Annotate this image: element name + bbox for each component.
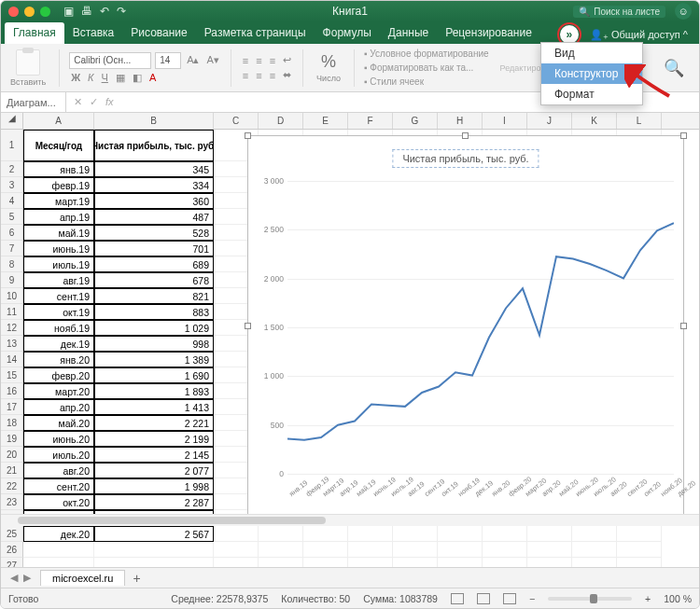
worksheet-grid[interactable]: ◢ ABCDEFGHIJKL 1Месяц/годЧистая прибыль,… xyxy=(1,113,699,567)
row-header[interactable]: 8 xyxy=(1,256,23,272)
add-sheet-button[interactable]: + xyxy=(125,571,147,586)
row-header[interactable]: 7 xyxy=(1,241,23,256)
wrap-icon[interactable]: ↩ xyxy=(281,54,293,66)
table-cell[interactable]: июль.20 xyxy=(23,447,94,463)
row-header[interactable]: 12 xyxy=(1,320,23,336)
row-header[interactable]: 26 xyxy=(1,542,23,558)
column-header[interactable]: C xyxy=(214,113,259,129)
column-header[interactable]: A xyxy=(23,113,94,129)
table-cell[interactable]: нояб.19 xyxy=(23,320,94,336)
ribbon-tab-5[interactable]: Данные xyxy=(380,22,437,44)
table-cell[interactable]: 1 893 xyxy=(94,383,214,399)
row-header[interactable]: 6 xyxy=(1,225,23,241)
empty-cell[interactable] xyxy=(617,542,662,558)
percent-icon[interactable]: % xyxy=(321,52,336,72)
table-cell[interactable]: 998 xyxy=(94,336,214,352)
feedback-icon[interactable]: ☺ xyxy=(675,3,692,20)
ribbon-tab-4[interactable]: Формулы xyxy=(315,22,380,44)
table-cell[interactable]: 528 xyxy=(94,225,214,241)
font-size-select[interactable]: 14 xyxy=(155,52,181,69)
table-cell[interactable]: авг.20 xyxy=(23,463,94,478)
empty-cell[interactable] xyxy=(214,526,259,542)
align-bot-icon[interactable]: ≡ xyxy=(268,55,277,66)
sheet-tab[interactable]: microexcel.ru xyxy=(40,570,125,586)
table-cell[interactable]: 1 998 xyxy=(94,478,214,494)
merge-icon[interactable]: ⬌ xyxy=(281,69,293,81)
align-left-icon[interactable]: ≡ xyxy=(241,70,250,81)
table-cell[interactable]: окт.20 xyxy=(23,494,94,510)
overflow-menu-item[interactable]: Формат xyxy=(541,84,642,104)
row-header[interactable]: 17 xyxy=(1,399,23,415)
ribbon-overflow-button[interactable]: » xyxy=(560,25,579,44)
conditional-formatting-button[interactable]: ▪ Условное форматирование xyxy=(364,47,489,61)
row-header[interactable]: 22 xyxy=(1,478,23,494)
row-header[interactable]: 25 xyxy=(1,526,23,542)
column-header[interactable]: B xyxy=(94,113,214,129)
maximize-icon[interactable] xyxy=(40,7,50,17)
table-cell[interactable]: 2 287 xyxy=(94,494,214,510)
column-header[interactable]: J xyxy=(527,113,572,129)
page-layout-icon[interactable] xyxy=(477,593,490,604)
empty-cell[interactable] xyxy=(214,542,259,558)
table-cell[interactable]: окт.19 xyxy=(23,304,94,320)
align-mid-icon[interactable]: ≡ xyxy=(254,55,263,66)
table-cell[interactable]: 689 xyxy=(94,256,214,272)
empty-cell[interactable] xyxy=(393,526,438,542)
empty-cell[interactable] xyxy=(438,558,483,567)
table-cell[interactable]: 2 199 xyxy=(94,431,214,447)
table-cell[interactable]: 1 389 xyxy=(94,352,214,367)
ribbon-tab-3[interactable]: Разметка страницы xyxy=(196,22,315,44)
ribbon-tab-2[interactable]: Рисование xyxy=(122,22,195,44)
empty-cell[interactable] xyxy=(348,526,393,542)
ribbon-tab-0[interactable]: Главная xyxy=(5,22,64,44)
empty-cell[interactable] xyxy=(617,526,662,542)
table-cell[interactable]: 345 xyxy=(94,161,214,177)
table-cell[interactable]: июнь.20 xyxy=(23,431,94,447)
table-cell[interactable] xyxy=(94,558,214,567)
overflow-menu-item[interactable]: Вид xyxy=(541,43,642,63)
row-header[interactable]: 15 xyxy=(1,367,23,383)
empty-cell[interactable] xyxy=(527,542,572,558)
row-header[interactable]: 23 xyxy=(1,494,23,510)
decrease-font-icon[interactable]: A▾ xyxy=(205,54,221,66)
column-header[interactable]: G xyxy=(393,113,438,129)
table-cell[interactable]: 678 xyxy=(94,272,214,288)
format-as-table-button[interactable]: ▪ Форматировать как та... xyxy=(364,61,489,75)
sheet-next-icon[interactable]: ▶ xyxy=(23,572,31,584)
empty-cell[interactable] xyxy=(572,526,617,542)
minimize-icon[interactable] xyxy=(24,7,35,17)
name-box[interactable]: Диаграм... xyxy=(1,92,66,112)
font-name-select[interactable]: Calibri (Осн... xyxy=(69,52,151,69)
table-cell[interactable]: март.20 xyxy=(23,383,94,399)
empty-cell[interactable] xyxy=(572,558,617,567)
empty-cell[interactable] xyxy=(527,526,572,542)
table-cell[interactable]: 2 567 xyxy=(94,526,214,542)
table-cell[interactable]: июнь.19 xyxy=(23,241,94,256)
table-cell[interactable]: янв.19 xyxy=(23,161,94,177)
empty-cell[interactable] xyxy=(483,542,527,558)
border-icon[interactable]: ▦ xyxy=(114,72,127,84)
table-cell[interactable]: 2 221 xyxy=(94,415,214,431)
table-header-cell[interactable]: Месяц/год xyxy=(23,130,94,161)
empty-cell[interactable] xyxy=(259,542,303,558)
empty-cell[interactable] xyxy=(393,542,438,558)
sheet-prev-icon[interactable]: ◀ xyxy=(10,572,18,584)
row-header[interactable]: 18 xyxy=(1,415,23,431)
row-header[interactable]: 19 xyxy=(1,431,23,447)
table-header-cell[interactable]: Чистая прибыль, тыс. руб. xyxy=(94,130,214,161)
empty-cell[interactable] xyxy=(303,526,348,542)
empty-cell[interactable] xyxy=(259,526,303,542)
row-header[interactable]: 20 xyxy=(1,447,23,463)
table-cell[interactable]: май.20 xyxy=(23,415,94,431)
row-header[interactable]: 9 xyxy=(1,272,23,288)
column-header[interactable]: E xyxy=(303,113,348,129)
normal-view-icon[interactable] xyxy=(451,593,464,604)
overflow-menu-item[interactable]: Конструктор xyxy=(541,63,642,84)
table-cell[interactable]: авг.19 xyxy=(23,272,94,288)
increase-font-icon[interactable]: A▴ xyxy=(185,54,201,66)
table-cell[interactable]: сент.20 xyxy=(23,478,94,494)
empty-cell[interactable] xyxy=(393,558,438,567)
undo-icon[interactable]: ↶ xyxy=(100,5,109,18)
table-cell[interactable]: 701 xyxy=(94,241,214,256)
cell-styles-button[interactable]: ▪ Стили ячеек xyxy=(364,75,489,89)
